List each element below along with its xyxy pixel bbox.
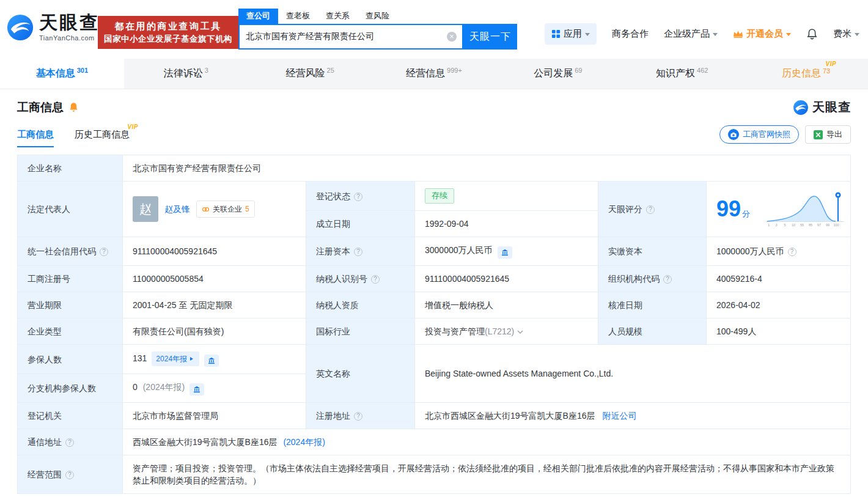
svg-text:10: 10 (792, 223, 795, 227)
search-tab-company[interactable]: 查公司 (238, 9, 278, 24)
reg-capital-value: 3000000万人民币 (415, 237, 598, 266)
reg-status-value: 存续 (415, 182, 598, 211)
annual-report-building-icon[interactable] (204, 355, 219, 367)
logo-text: 天眼查 TianYanCha.com (39, 13, 100, 42)
subtab-business-registration[interactable]: 工商信息 (17, 129, 54, 147)
reg-status-label: 登记状态? (306, 182, 415, 211)
tianyancha-logo[interactable]: 天眼查 TianYanCha.com (6, 13, 100, 42)
nearby-companies-link[interactable]: 附近公司 (602, 411, 636, 421)
legal-rep-name-link[interactable]: 赵及锋 (164, 203, 190, 215)
search-tab-boss[interactable]: 查老板 (278, 9, 318, 24)
legal-rep-value: 赵 赵及锋 关联企业 5 (123, 182, 306, 237)
nav-apps[interactable]: 应用 (545, 23, 597, 45)
official-snapshot-button[interactable]: 工商官网快照 (719, 125, 799, 144)
annual-report-building-icon[interactable] (189, 383, 204, 396)
reg-address-label: 注册地址? (306, 403, 415, 429)
chevron-down-icon[interactable] (517, 330, 523, 334)
help-icon[interactable]: ? (100, 248, 108, 256)
bell-icon (806, 28, 818, 40)
tab-count: 25 (327, 67, 334, 74)
insured-count-text: 131 (133, 353, 147, 363)
help-icon[interactable]: ? (646, 205, 655, 214)
search-button[interactable]: 天眼一下 (463, 24, 517, 50)
tab-label: 法律诉讼 (164, 67, 203, 80)
industry-value: 投资与资产管理(L7212) (415, 318, 598, 345)
nav-enterprise-products[interactable]: 企业级产品 (664, 28, 718, 40)
tab-history-info[interactable]: 历史信息 73 VIP (744, 59, 868, 89)
clear-search-icon[interactable]: × (447, 32, 457, 42)
tab-basic-info[interactable]: 基本信息 301 (0, 59, 124, 89)
tab-business-info[interactable]: 经营信息 999+ (372, 59, 496, 89)
help-icon[interactable]: ? (788, 248, 796, 256)
related-companies-pill[interactable]: 关联企业 5 (196, 201, 255, 218)
org-code-value: 40059216-4 (707, 266, 851, 292)
help-icon[interactable]: ? (65, 438, 74, 447)
help-icon[interactable]: ? (354, 248, 362, 256)
related-companies-count: 5 (245, 203, 249, 215)
search-tab-risk[interactable]: 查风险 (358, 9, 397, 24)
org-code-label: 组织机构代码? (598, 266, 707, 292)
nav-enterprise-products-label: 企业级产品 (664, 28, 710, 40)
related-link-icon (202, 205, 210, 213)
logo-subtitle: TianYanCha.com (39, 34, 100, 42)
main-content: 工商信息 天眼查 工商信息 历史工商信息 VIP (0, 99, 868, 494)
reg-no-label: 工商注册号 (18, 266, 123, 292)
nav-user[interactable]: 费米 (833, 28, 859, 40)
table-row: 企业类型 有限责任公司(国有独资) 国标行业 投资与资产管理(L7212) 人员… (18, 318, 851, 345)
search-tab-relation[interactable]: 查关系 (318, 9, 358, 24)
annual-report-building-icon[interactable] (498, 246, 512, 259)
tab-count: 999+ (447, 67, 462, 74)
mail-address-report-link[interactable]: (2024年报) (283, 437, 325, 447)
help-icon[interactable]: ? (65, 471, 74, 479)
tab-label: 经营风险 (286, 67, 325, 80)
tab-intellectual-property[interactable]: 知识产权 462 (620, 59, 744, 89)
english-name-value: Beijing State-owned Assets Management Co… (415, 345, 851, 403)
score-number[interactable]: 99分 (716, 198, 750, 220)
branch-insured-value: 0 (2024年报) (123, 374, 306, 403)
tab-count: 462 (697, 67, 708, 74)
nav-open-vip[interactable]: 开通会员 (733, 28, 791, 40)
company-name-value: 北京市国有资产经营有限责任公司 (123, 155, 851, 182)
search-input[interactable] (240, 25, 462, 48)
subtab-history-registration[interactable]: 历史工商信息 VIP (75, 129, 130, 147)
reg-address-value: 北京市西城区金融大街19号富凯大厦B座16层 附近公司 (415, 403, 851, 429)
table-row: 通信地址? 西城区金融大街19号富凯大厦B座16层 (2024年报) (18, 429, 851, 455)
legal-rep-avatar[interactable]: 赵 (133, 196, 158, 222)
tab-count: 301 (77, 67, 88, 74)
annual-report-badge[interactable]: 2024年报 (152, 352, 199, 366)
help-icon[interactable]: ? (354, 193, 362, 201)
approve-date-label: 核准日期 (598, 292, 707, 318)
mail-address-value: 西城区金融大街19号富凯大厦B座16层 (2024年报) (123, 429, 851, 455)
table-row: 营业期限 2001-04-25 至 无固定期限 纳税人资质 增值税一般纳税人 核… (18, 292, 851, 318)
reg-status-label-text: 登记状态 (316, 191, 350, 201)
brand-name: 天眼查 (812, 99, 851, 116)
tab-business-risk[interactable]: 经营风险 25 (248, 59, 372, 89)
promo-banner-line2: 国家中小企业发展子基金旗下机构 (104, 33, 232, 46)
nav-business-cooperation[interactable]: 商务合作 (612, 28, 649, 40)
taxpayer-no-label: 纳税人识别号? (306, 266, 415, 292)
table-row: 参保人数 1312024年报 英文名称 Beijing State-owned … (18, 345, 851, 374)
tab-legal-litigation[interactable]: 法律诉讼 3 (124, 59, 248, 89)
english-name-label: 英文名称 (306, 345, 415, 403)
subscribe-bell-icon[interactable] (68, 102, 79, 112)
search-input-wrap: × (238, 24, 463, 50)
camera-icon (728, 129, 739, 140)
notification-bell[interactable] (806, 28, 818, 40)
section-header: 工商信息 天眼查 (17, 99, 851, 116)
org-code-label-text: 组织机构代码 (608, 274, 660, 284)
export-button[interactable]: 导出 (805, 125, 851, 144)
reg-no-value: 110000005005854 (123, 266, 306, 292)
mail-address-label-text: 通信地址 (28, 437, 62, 447)
help-icon[interactable]: ? (663, 275, 672, 284)
help-icon[interactable]: ? (354, 412, 362, 421)
authority-value: 北京市市场监督管理局 (123, 403, 306, 429)
paid-capital-label: 实缴资本 (598, 237, 707, 266)
tab-company-development[interactable]: 公司发展 69 (496, 59, 620, 89)
help-icon[interactable]: ? (371, 275, 380, 284)
score-num: 99 (716, 196, 741, 221)
logo-title: 天眼查 (39, 13, 100, 32)
scope-label: 经营范围? (18, 455, 123, 494)
credit-code-label: 统一社会信用代码? (18, 237, 123, 266)
branch-insured-label: 分支机构参保人数 (18, 374, 123, 403)
term-value: 2001-04-25 至 无固定期限 (123, 292, 306, 318)
